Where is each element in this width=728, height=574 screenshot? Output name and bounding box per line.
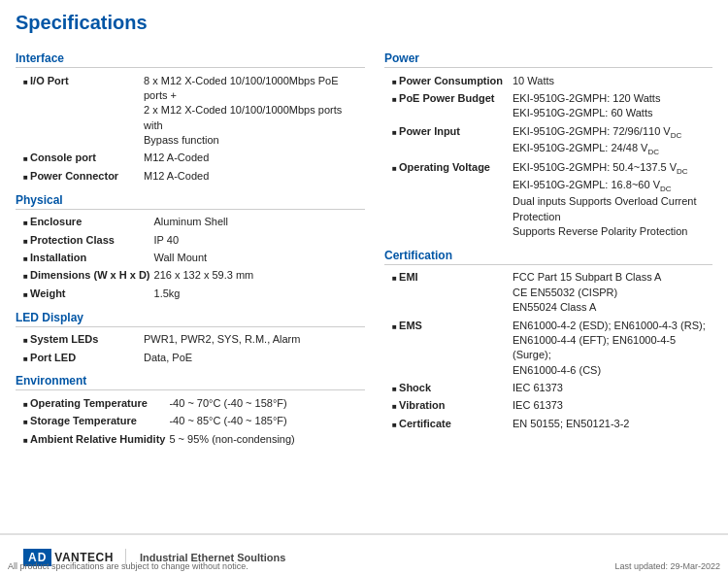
spec-value: EKI-9510G-2GMPH: 50.4~137.5 VDCEKI-9510G… [511, 159, 712, 241]
spec-row: I/O Port8 x M12 X-Coded 10/100/1000Mbps … [16, 72, 365, 150]
spec-row: Operating VoltageEKI-9510G-2GMPH: 50.4~1… [384, 159, 712, 241]
spec-row: System LEDsPWR1, PWR2, SYS, R.M., Alarm [16, 331, 365, 349]
spec-row: Console portM12 A-Coded [16, 150, 365, 167]
spec-row: Power ConnectorM12 A-Coded [16, 167, 365, 185]
main-content: Specifications InterfaceI/O Port8 x M12 … [0, 0, 728, 509]
section-certification: CertificationEMIFCC Part 15 Subpart B Cl… [384, 249, 712, 433]
section-power: PowerPower Consumption10 WattsPoE Power … [384, 51, 712, 241]
spec-row: EnclosureAluminum Shell [16, 214, 365, 231]
spec-value: Aluminum Shell [152, 214, 365, 231]
spec-value: -40 ~ 85°C (-40 ~ 185°F) [167, 413, 365, 430]
spec-table: Power Consumption10 WattsPoE Power Budge… [384, 72, 712, 241]
spec-label: EMS [384, 317, 511, 380]
left-column: InterfaceI/O Port8 x M12 X-Coded 10/100/… [16, 44, 375, 451]
spec-value: EKI-9510G-2GMPH: 120 WattsEKI-9510G-2GMP… [511, 89, 712, 122]
spec-label: Power Connector [16, 167, 142, 185]
spec-value: -40 ~ 70°C (-40 ~ 158°F) [167, 394, 365, 412]
spec-value: Wall Mount [152, 250, 365, 267]
spec-value: EKI-9510G-2GMPH: 72/96/110 VDCEKI-9510G-… [511, 122, 712, 159]
spec-row: Power InputEKI-9510G-2GMPH: 72/96/110 VD… [384, 122, 712, 159]
spec-value: 216 x 132 x 59.3 mm [152, 267, 365, 285]
spec-table: EnclosureAluminum ShellProtection ClassI… [16, 214, 365, 303]
spec-label: EMI [384, 269, 511, 317]
footer: ADVANTECH Industrial Ethernet Soultions … [0, 533, 728, 574]
spec-label: Protection Class [16, 231, 152, 249]
spec-label: Dimensions (W x H x D) [16, 267, 152, 285]
spec-row: CertificateEN 50155; EN50121-3-2 [384, 415, 712, 432]
spec-label: Certificate [384, 415, 511, 432]
spec-table: EMIFCC Part 15 Subpart B Class ACE EN550… [384, 269, 712, 433]
spec-value: 1.5kg [152, 285, 365, 302]
section-led-display: LED DisplaySystem LEDsPWR1, PWR2, SYS, R… [16, 311, 365, 367]
spec-label: I/O Port [16, 72, 142, 150]
spec-row: PoE Power BudgetEKI-9510G-2GMPH: 120 Wat… [384, 89, 712, 122]
section-environment: EnvironmentOperating Temperature-40 ~ 70… [16, 374, 365, 448]
spec-value: M12 A-Coded [142, 167, 365, 185]
spec-row: Protection ClassIP 40 [16, 231, 365, 249]
section-physical: PhysicalEnclosureAluminum ShellProtectio… [16, 193, 365, 303]
spec-label: Operating Voltage [384, 159, 511, 241]
spec-row: Ambient Relative Humidity5 ~ 95% (non-co… [16, 430, 365, 448]
spec-value: 8 x M12 X-Coded 10/100/1000Mbps PoE port… [142, 72, 365, 150]
spec-label: Enclosure [16, 214, 152, 231]
section-title: Environment [16, 374, 365, 390]
spec-label: Power Consumption [384, 72, 511, 89]
spec-value: 5 ~ 95% (non-condensing) [167, 430, 365, 448]
spec-label: Vibration [384, 397, 511, 415]
footer-last-updated: Last updated: 29-Mar-2022 [614, 561, 720, 571]
spec-label: Operating Temperature [16, 394, 167, 412]
footer-bottom-row: All product specifications are subject t… [0, 561, 728, 574]
spec-value: EN 50155; EN50121-3-2 [511, 415, 712, 432]
spec-row: VibrationIEC 61373 [384, 397, 712, 415]
section-title: Physical [16, 193, 365, 210]
spec-value: EN61000-4-2 (ESD); EN61000-4-3 (RS);EN61… [511, 317, 712, 380]
footer-disclaimer: All product specifications are subject t… [8, 561, 248, 571]
spec-label: Shock [384, 380, 511, 397]
spec-label: Storage Temperature [16, 413, 167, 430]
spec-row: Storage Temperature-40 ~ 85°C (-40 ~ 185… [16, 413, 365, 430]
spec-row: Power Consumption10 Watts [384, 72, 712, 89]
spec-value: IEC 61373 [511, 380, 712, 397]
spec-row: Dimensions (W x H x D)216 x 132 x 59.3 m… [16, 267, 365, 285]
spec-table: System LEDsPWR1, PWR2, SYS, R.M., AlarmP… [16, 331, 365, 367]
spec-table: I/O Port8 x M12 X-Coded 10/100/1000Mbps … [16, 72, 365, 186]
spec-label: Console port [16, 150, 142, 167]
page-title: Specifications [16, 12, 712, 34]
spec-row: Port LEDData, PoE [16, 349, 365, 366]
spec-value: IEC 61373 [511, 397, 712, 415]
section-title: Power [384, 51, 712, 68]
spec-value: FCC Part 15 Subpart B Class ACE EN55032 … [511, 269, 712, 317]
spec-row: Operating Temperature-40 ~ 70°C (-40 ~ 1… [16, 394, 365, 412]
spec-row: EMIFCC Part 15 Subpart B Class ACE EN550… [384, 269, 712, 317]
section-title: Certification [384, 249, 712, 265]
spec-row: Weight1.5kg [16, 285, 365, 302]
spec-label: PoE Power Budget [384, 89, 511, 122]
spec-label: Installation [16, 250, 152, 267]
section-interface: InterfaceI/O Port8 x M12 X-Coded 10/100/… [16, 51, 365, 186]
spec-label: Weight [16, 285, 152, 302]
spec-row: EMSEN61000-4-2 (ESD); EN61000-4-3 (RS);E… [384, 317, 712, 380]
spec-label: System LEDs [16, 331, 142, 349]
spec-columns: InterfaceI/O Port8 x M12 X-Coded 10/100/… [16, 44, 712, 451]
spec-value: 10 Watts [511, 72, 712, 89]
spec-row: InstallationWall Mount [16, 250, 365, 267]
right-column: PowerPower Consumption10 WattsPoE Power … [375, 44, 712, 451]
spec-row: ShockIEC 61373 [384, 380, 712, 397]
spec-table: Operating Temperature-40 ~ 70°C (-40 ~ 1… [16, 394, 365, 448]
section-title: LED Display [16, 311, 365, 327]
spec-label: Ambient Relative Humidity [16, 430, 167, 448]
section-title: Interface [16, 51, 365, 68]
spec-value: Data, PoE [142, 349, 365, 366]
spec-value: IP 40 [152, 231, 365, 249]
spec-value: PWR1, PWR2, SYS, R.M., Alarm [142, 331, 365, 349]
spec-label: Port LED [16, 349, 142, 366]
spec-value: M12 A-Coded [142, 150, 365, 167]
spec-label: Power Input [384, 122, 511, 159]
